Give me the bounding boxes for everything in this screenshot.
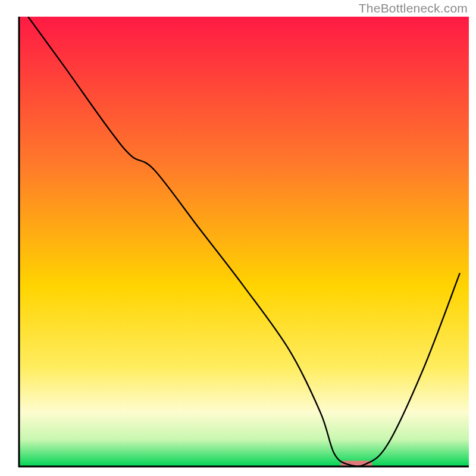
gradient-background [19, 17, 469, 466]
plot-svg [0, 0, 476, 476]
bottleneck-chart: TheBottleneck.com [0, 0, 476, 476]
